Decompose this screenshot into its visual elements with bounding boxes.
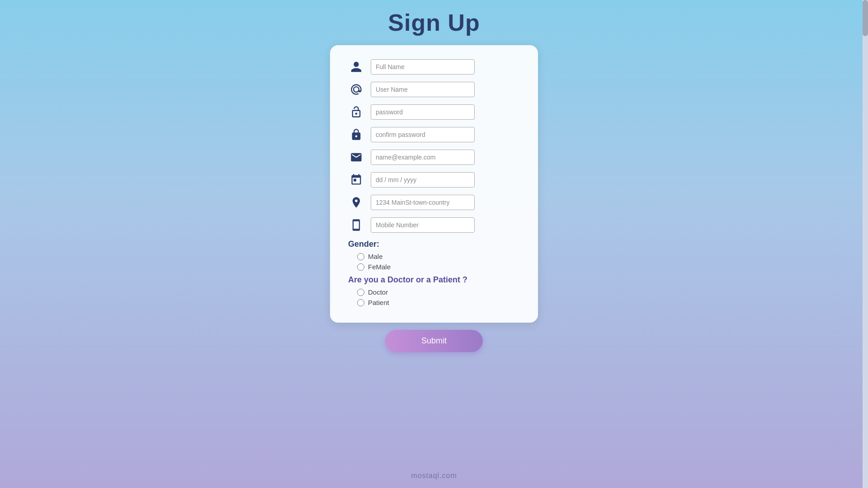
- calendar-icon: [348, 172, 364, 188]
- signup-form-card: Gender: Male FeMale Are you a Doctor or …: [330, 45, 538, 323]
- gender-female-option[interactable]: FeMale: [357, 263, 511, 271]
- scrollbar-thumb[interactable]: [863, 0, 868, 36]
- mobile-icon: [348, 217, 364, 233]
- gender-label: Gender:: [348, 239, 511, 249]
- gender-section: Gender: Male FeMale: [348, 239, 511, 271]
- role-patient-radio[interactable]: [357, 299, 364, 306]
- role-label: Are you a Doctor or a Patient ?: [348, 275, 511, 285]
- unlock-icon: [348, 104, 364, 120]
- role-section: Are you a Doctor or a Patient ? Doctor P…: [348, 275, 511, 306]
- watermark: mostaql.com: [411, 472, 457, 480]
- scrollbar[interactable]: [863, 0, 868, 488]
- fullname-input[interactable]: [371, 59, 475, 75]
- mobile-row: [348, 217, 511, 233]
- page-title: Sign Up: [388, 9, 480, 36]
- lock-icon: [348, 127, 364, 143]
- username-row: [348, 81, 511, 98]
- gender-male-label: Male: [368, 253, 383, 260]
- role-doctor-option[interactable]: Doctor: [357, 288, 511, 296]
- password-input[interactable]: [371, 104, 475, 120]
- gender-male-option[interactable]: Male: [357, 253, 511, 260]
- confirm-password-input[interactable]: [371, 127, 475, 142]
- email-icon: [348, 149, 364, 165]
- password-row: [348, 104, 511, 120]
- email-row: [348, 149, 511, 165]
- role-doctor-label: Doctor: [368, 288, 388, 296]
- submit-area: Submit: [385, 330, 483, 352]
- role-doctor-radio[interactable]: [357, 289, 364, 296]
- dob-input[interactable]: [371, 172, 475, 188]
- fullname-row: [348, 59, 511, 75]
- gender-male-radio[interactable]: [357, 253, 364, 260]
- confirm-password-row: [348, 127, 511, 143]
- role-patient-option[interactable]: Patient: [357, 299, 511, 306]
- role-patient-label: Patient: [368, 299, 389, 306]
- at-icon: [348, 81, 364, 98]
- address-row: [348, 194, 511, 211]
- email-input[interactable]: [371, 150, 475, 165]
- submit-button[interactable]: Submit: [385, 330, 483, 352]
- username-input[interactable]: [371, 82, 475, 97]
- address-icon: [348, 194, 364, 211]
- person-icon: [348, 59, 364, 75]
- gender-female-label: FeMale: [368, 263, 391, 271]
- gender-radio-group: Male FeMale: [348, 253, 511, 271]
- dob-row: [348, 172, 511, 188]
- mobile-input[interactable]: [371, 217, 475, 233]
- gender-female-radio[interactable]: [357, 263, 364, 271]
- role-radio-group: Doctor Patient: [348, 288, 511, 306]
- address-input[interactable]: [371, 195, 475, 210]
